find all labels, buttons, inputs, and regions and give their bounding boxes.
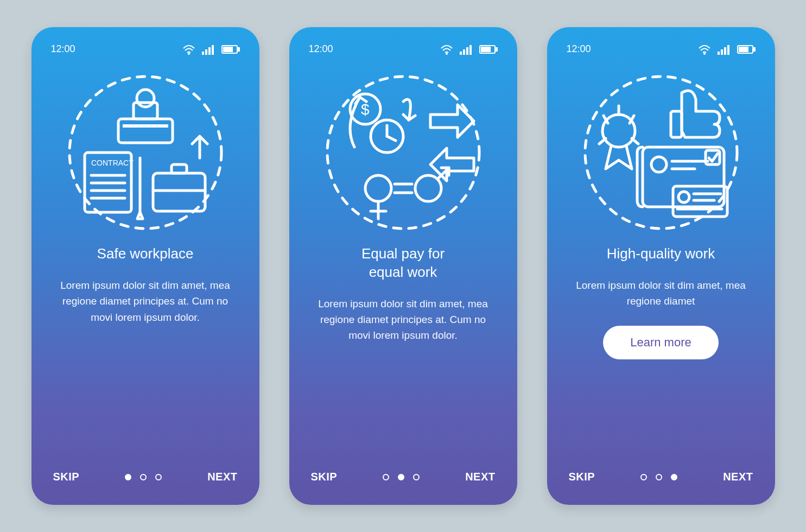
- equal-pay-illustration: $: [322, 71, 485, 234]
- skip-button[interactable]: SKIP: [53, 471, 80, 483]
- dot-3[interactable]: [155, 474, 162, 480]
- wifi-icon: [440, 44, 453, 55]
- status-time: 12:00: [567, 43, 591, 55]
- dot-1[interactable]: [383, 474, 389, 480]
- screen-title: Safe workplace: [54, 245, 237, 263]
- status-bar: 12:00: [563, 43, 759, 66]
- dot-2[interactable]: [398, 474, 404, 480]
- skip-button[interactable]: SKIP: [569, 471, 595, 483]
- svg-rect-29: [481, 47, 490, 52]
- page-indicator: [640, 474, 677, 480]
- status-icons: [698, 44, 756, 55]
- svg-rect-12: [123, 124, 168, 128]
- status-icons: [440, 44, 498, 55]
- svg-rect-54: [643, 147, 724, 207]
- footer-nav: SKIP NEXT: [306, 471, 501, 483]
- svg-rect-23: [460, 52, 462, 55]
- svg-rect-10: [134, 103, 157, 119]
- svg-rect-4: [212, 45, 214, 55]
- svg-line-35: [387, 136, 396, 141]
- safe-workplace-illustration: CONTRACT: [64, 71, 227, 234]
- signal-icon: [202, 44, 215, 55]
- battery-icon: [479, 44, 498, 55]
- svg-rect-1: [202, 52, 204, 55]
- footer-nav: SKIP NEXT: [563, 471, 759, 483]
- dot-2[interactable]: [656, 474, 662, 480]
- onboarding-screen-3: 12:00 High-qual: [547, 27, 775, 505]
- wifi-icon: [698, 44, 711, 55]
- svg-rect-3: [208, 47, 211, 55]
- next-button[interactable]: NEXT: [465, 471, 495, 483]
- svg-point-43: [704, 53, 705, 54]
- content-area: High-quality work Lorem ipsum dolor sit …: [563, 245, 759, 471]
- screen-body: Lorem ipsum dolor sit dim amet, mea regi…: [570, 277, 752, 309]
- svg-rect-28: [496, 48, 497, 51]
- contract-label: CONTRACT: [91, 159, 134, 167]
- signal-icon: [460, 44, 473, 55]
- page-indicator: [383, 474, 420, 480]
- svg-rect-26: [469, 45, 472, 55]
- svg-rect-44: [718, 52, 720, 55]
- svg-point-9: [137, 90, 154, 107]
- svg-text:$: $: [361, 101, 370, 118]
- svg-rect-7: [224, 47, 232, 52]
- svg-rect-49: [753, 48, 755, 51]
- screen-title: Equal pay for equal work: [312, 245, 494, 282]
- svg-rect-6: [238, 48, 239, 51]
- wifi-icon: [182, 44, 195, 55]
- svg-rect-45: [721, 49, 723, 55]
- status-time: 12:00: [51, 43, 75, 55]
- status-bar: 12:00: [306, 43, 501, 66]
- battery-icon: [221, 44, 240, 55]
- dot-1[interactable]: [640, 474, 647, 480]
- footer-nav: SKIP NEXT: [48, 471, 243, 483]
- battery-icon: [737, 44, 756, 55]
- signal-icon: [718, 44, 731, 55]
- dot-1[interactable]: [125, 474, 131, 480]
- dot-3[interactable]: [413, 474, 420, 480]
- status-time: 12:00: [309, 43, 333, 55]
- svg-rect-24: [463, 49, 465, 55]
- svg-rect-2: [205, 49, 207, 55]
- svg-point-52: [602, 115, 635, 147]
- svg-rect-53: [671, 111, 682, 137]
- onboarding-screen-2: 12:00 $ Equal pay for equal work: [289, 27, 517, 505]
- onboarding-screen-1: 12:00 CONTRACT S: [31, 27, 259, 505]
- svg-point-60: [678, 192, 689, 202]
- next-button[interactable]: NEXT: [207, 471, 237, 483]
- content-area: Equal pay for equal work Lorem ipsum dol…: [306, 245, 501, 471]
- svg-rect-46: [724, 47, 726, 55]
- svg-point-30: [327, 77, 479, 229]
- skip-button[interactable]: SKIP: [311, 471, 338, 483]
- quality-work-illustration: [580, 71, 742, 234]
- screen-title: High-quality work: [570, 245, 752, 263]
- svg-point-22: [446, 53, 447, 54]
- svg-point-55: [651, 157, 667, 172]
- dot-2[interactable]: [140, 474, 147, 480]
- next-button[interactable]: NEXT: [723, 471, 753, 483]
- svg-point-36: [365, 175, 391, 201]
- learn-more-button[interactable]: Learn more: [603, 326, 719, 359]
- screen-body: Lorem ipsum dolor sit dim amet, mea regi…: [54, 277, 237, 325]
- dot-3[interactable]: [671, 474, 677, 480]
- content-area: Safe workplace Lorem ipsum dolor sit dim…: [48, 245, 243, 471]
- status-bar: 12:00: [48, 43, 243, 66]
- page-indicator: [125, 474, 162, 480]
- svg-rect-47: [727, 45, 729, 55]
- svg-rect-50: [739, 47, 748, 52]
- svg-rect-20: [172, 164, 187, 173]
- svg-point-0: [188, 53, 189, 54]
- svg-rect-11: [118, 119, 173, 143]
- status-icons: [182, 44, 240, 55]
- svg-rect-25: [466, 47, 468, 55]
- screen-body: Lorem ipsum dolor sit dim amet, mea regi…: [312, 296, 494, 344]
- svg-rect-19: [153, 173, 205, 211]
